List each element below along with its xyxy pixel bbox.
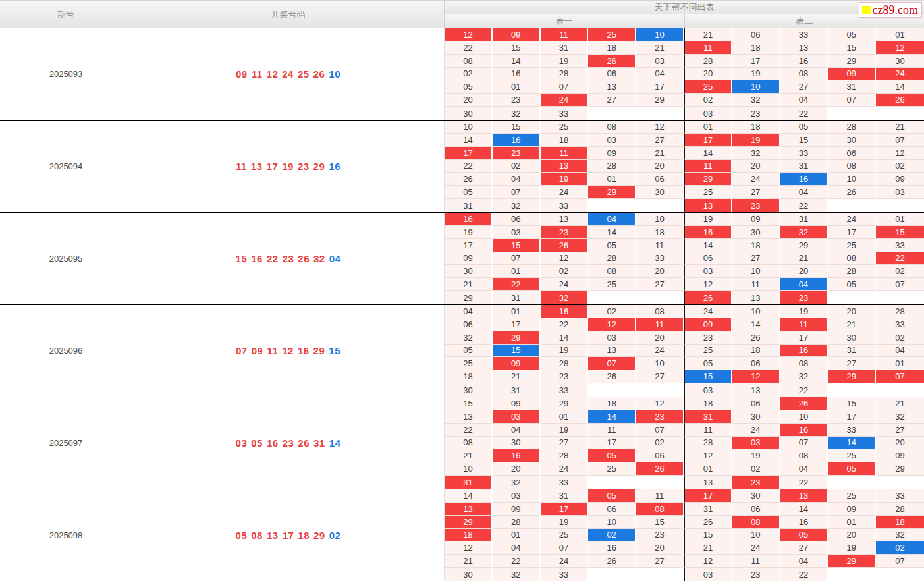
grid-cell <box>636 291 684 304</box>
grid-cell: 07 <box>876 370 924 383</box>
winning-number-red: 26 <box>313 69 325 80</box>
grid-cell: 20 <box>636 541 684 555</box>
grid-cell: 13 <box>684 199 732 212</box>
grid-cell: 16 <box>588 541 636 555</box>
period-id: 2025098 <box>0 489 132 581</box>
grid-cell: 25 <box>541 529 589 542</box>
grid-cell: 12 <box>588 318 636 331</box>
grid-cell: 33 <box>636 252 684 265</box>
grid-cell: 31 <box>493 383 541 397</box>
grid-cell: 22 <box>493 278 541 291</box>
period-id: 2025093 <box>0 28 132 120</box>
site-logo[interactable]: cz89.com <box>859 2 922 18</box>
grid-cell <box>588 107 636 120</box>
grid-cell: 33 <box>541 476 589 489</box>
col-header-winning-numbers: 开奖号码 <box>132 1 445 28</box>
grid-cell: 32 <box>732 147 780 160</box>
grid-cell: 21 <box>493 370 541 383</box>
grid-cell: 25 <box>588 28 636 42</box>
winning-number-red: 03 <box>236 437 248 449</box>
grid-cell <box>588 383 636 397</box>
grid-cell: 20 <box>732 160 780 173</box>
grid-cell: 28 <box>684 55 732 68</box>
grid-cell: 17 <box>684 134 732 147</box>
grid-cell: 16 <box>493 134 541 147</box>
grid-cell: 08 <box>780 68 829 81</box>
grid-cell: 15 <box>493 239 541 252</box>
grid-cell: 22 <box>780 199 829 212</box>
grid-cell: 31 <box>493 291 541 304</box>
grid-cell: 28 <box>588 252 636 265</box>
number-grid: 1606130410190931240119032314181630321715… <box>445 213 924 304</box>
grid-cell: 14 <box>445 134 493 147</box>
grid-cell: 02 <box>541 265 589 278</box>
grid-cell: 29 <box>876 462 924 476</box>
grid-cell: 22 <box>493 555 541 568</box>
grid-cell: 27 <box>876 424 924 437</box>
grid-cell: 25 <box>588 278 636 291</box>
winning-number-red: 19 <box>282 161 294 172</box>
grid-cell: 30 <box>445 265 493 278</box>
grid-cell: 11 <box>780 318 829 331</box>
winning-number-red: 23 <box>283 437 294 449</box>
winning-numbers: 03051623263114 <box>132 397 445 489</box>
period-row: 2025094111317192329161015250812011805282… <box>0 121 924 213</box>
grid-cell: 05 <box>828 278 876 291</box>
grid-cell: 27 <box>636 278 684 291</box>
grid-cell: 19 <box>541 173 589 186</box>
grid-cell: 29 <box>828 55 876 68</box>
winning-number-red: 05 <box>236 530 248 541</box>
grid-cell: 30 <box>636 186 684 199</box>
grid-cell: 31 <box>541 489 589 503</box>
grid-cell: 24 <box>541 278 589 291</box>
winning-number-red: 16 <box>251 253 263 264</box>
grid-cell: 30 <box>445 383 493 397</box>
grid-cell: 02 <box>876 160 924 173</box>
grid-cell: 30 <box>732 489 780 503</box>
grid-cell: 21 <box>876 121 924 134</box>
grid-cell: 25 <box>828 489 876 503</box>
grid-cell <box>876 568 924 581</box>
winning-number-red: 05 <box>251 437 263 449</box>
period-id: 2025095 <box>0 213 132 304</box>
grid-cell <box>828 199 876 212</box>
grid-cell: 33 <box>780 28 829 42</box>
grid-cell: 13 <box>588 345 636 358</box>
period-row: 2025095151622232632041606130410190931240… <box>0 213 924 305</box>
grid-cell: 04 <box>780 278 829 291</box>
grid-cell: 31 <box>541 42 589 55</box>
grid-cell <box>636 107 684 120</box>
winning-number-red: 09 <box>236 69 248 80</box>
grid-cell: 32 <box>493 476 541 489</box>
grid-cell: 02 <box>445 68 493 81</box>
grid-cell: 09 <box>684 318 732 331</box>
grid-cell: 12 <box>636 397 684 410</box>
grid-cell: 28 <box>493 516 541 529</box>
grid-cell: 31 <box>445 199 493 212</box>
grid-cell: 05 <box>780 121 829 134</box>
grid-cell: 19 <box>732 134 780 147</box>
grid-cell: 12 <box>684 449 732 462</box>
grid-cell: 09 <box>588 147 636 160</box>
winning-number-red: 13 <box>251 161 263 172</box>
grid-cell: 18 <box>541 134 589 147</box>
grid-cell: 15 <box>828 397 876 410</box>
grid-cell: 01 <box>876 213 924 226</box>
number-grid: 0401160208241019202806172212110914112133… <box>445 305 924 397</box>
grid-cell: 12 <box>876 42 924 55</box>
grid-cell: 15 <box>828 42 876 55</box>
winning-number-red: 12 <box>267 69 279 80</box>
grid-cell: 28 <box>828 265 876 278</box>
grid-cell: 12 <box>684 278 732 291</box>
winning-number-red: 16 <box>267 437 279 449</box>
grid-cell: 18 <box>732 239 780 252</box>
grid-cell: 13 <box>588 80 636 94</box>
grid-cell: 06 <box>588 503 636 516</box>
grid-cell: 32 <box>493 568 541 581</box>
grid-cell: 24 <box>876 68 924 81</box>
grid-cell: 24 <box>684 305 732 318</box>
grid-cell: 08 <box>588 265 636 278</box>
winning-number-red: 09 <box>252 345 263 356</box>
grid-cell: 32 <box>493 199 541 212</box>
grid-cell: 19 <box>445 226 493 239</box>
